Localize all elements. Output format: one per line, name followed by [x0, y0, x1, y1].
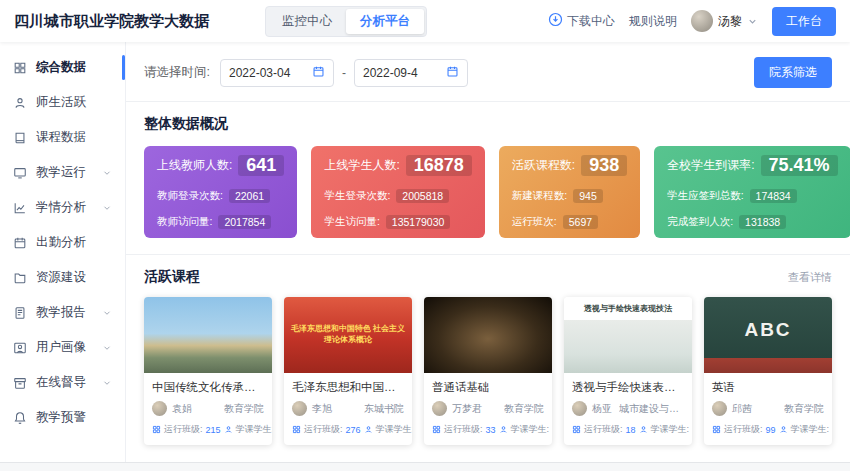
active-courses-section: 活跃课程 查看详情 中国传统文化传承与创意（四川... 袁娟教育学院 运行班级:…: [126, 255, 850, 455]
horizontal-scrollbar[interactable]: [0, 462, 850, 471]
stat-value: 75.41%: [761, 155, 838, 176]
teacher-avatar: [292, 401, 307, 416]
view-details-link[interactable]: 查看详情: [788, 270, 832, 285]
course-card[interactable]: 中国传统文化传承与创意（四川... 袁娟教育学院 运行班级:215 学课学生:1…: [144, 297, 272, 445]
courses-title: 活跃课程: [144, 268, 200, 286]
sidebar-item-activity[interactable]: 师生活跃: [0, 85, 125, 120]
tab-analysis-platform[interactable]: 分析平台: [346, 9, 424, 34]
course-image: 透视与手绘快速表现技法: [564, 297, 692, 373]
sidebar-item-learning-analysis[interactable]: 学情分析: [0, 190, 125, 225]
stat-label: 上线教师人数:: [157, 157, 232, 174]
course-stats-card: 活跃课程数:938 新建课程数:945 运行班次:5697: [499, 146, 640, 238]
stat-label: 新建课程数:: [512, 189, 567, 203]
students-icon: [224, 425, 233, 434]
teacher-avatar: [432, 401, 447, 416]
alert-icon: [13, 411, 27, 425]
sidebar-item-teaching-operation[interactable]: 教学运行: [0, 155, 125, 190]
tab-monitor-center[interactable]: 监控中心: [268, 9, 346, 34]
course-image: ABC: [704, 297, 832, 373]
user-menu[interactable]: 汤黎: [691, 10, 758, 32]
date-filter-label: 请选择时间:: [144, 64, 210, 81]
classes-label: 运行班级:: [304, 423, 343, 436]
college-name: 东城书院: [364, 402, 404, 416]
course-name: 英语: [704, 373, 832, 399]
folder-icon: [13, 271, 27, 285]
stat-value: 2005818: [396, 189, 449, 203]
college-name: 城市建设与设计...: [619, 402, 684, 416]
stat-label: 学生访问量:: [324, 215, 379, 229]
chevron-down-icon: [747, 16, 758, 27]
download-icon: [548, 12, 563, 30]
user-name: 汤黎: [718, 13, 742, 30]
overview-section: 整体数据概况 上线教师人数:641 教师登录次数:22061 教师访问量:201…: [126, 102, 850, 255]
sidebar-item-course-data[interactable]: 课程数据: [0, 120, 125, 155]
workbench-button[interactable]: 工作台: [772, 7, 836, 36]
classes-count: 18: [626, 425, 636, 435]
students-label: 学课学生:: [511, 423, 550, 436]
stat-label: 教师访问量:: [157, 215, 212, 229]
teacher-stats-card: 上线教师人数:641 教师登录次数:22061 教师访问量:2017854: [144, 146, 297, 238]
stat-value: 174834: [750, 189, 797, 203]
chart-icon: [13, 201, 27, 215]
end-date-input[interactable]: 2022-09-4: [354, 59, 468, 87]
sidebar-item-user-portrait[interactable]: 用户画像: [0, 330, 125, 365]
chevron-down-icon: [102, 308, 112, 318]
sidebar-item-resources[interactable]: 资源建设: [0, 260, 125, 295]
main-content: 请选择时间: 2022-03-04 - 2022-09-4 院系筛选 整体数据概…: [126, 42, 850, 462]
grid-icon: [13, 61, 27, 75]
department-filter-button[interactable]: 院系筛选: [754, 57, 832, 88]
students-icon: [779, 425, 788, 434]
students-label: 学课学生:: [651, 423, 690, 436]
calendar-icon: [446, 65, 459, 81]
classes-count: 276: [346, 425, 361, 435]
date-range-separator: -: [342, 66, 346, 80]
stat-label: 完成签到人次:: [667, 215, 733, 229]
course-card[interactable]: 毛泽东思想和中国特色 社会主义理论体系概论 毛泽东思想和中国特色社会主义... …: [284, 297, 412, 445]
course-card[interactable]: ABC 英语 邱茜教育学院 运行班级:99 学课学生:8392: [704, 297, 832, 445]
classes-icon: [572, 425, 581, 434]
download-center-link[interactable]: 下载中心: [548, 12, 615, 30]
classes-label: 运行班级:: [724, 423, 763, 436]
chevron-down-icon: [102, 168, 112, 178]
sidebar-item-attendance[interactable]: 出勤分析: [0, 225, 125, 260]
sidebar-item-teaching-warning[interactable]: 教学预警: [0, 400, 125, 435]
sidebar-item-teaching-report[interactable]: 教学报告: [0, 295, 125, 330]
course-card[interactable]: 透视与手绘快速表现技法 透视与手绘快速表现技法 杨亚城市建设与设计... 运行班…: [564, 297, 692, 445]
users-icon: [13, 96, 27, 110]
college-name: 教育学院: [224, 402, 264, 416]
classes-label: 运行班级:: [164, 423, 203, 436]
stat-label: 全校学生到课率:: [667, 157, 754, 174]
course-image: [144, 297, 272, 373]
students-label: 学课学生:: [791, 423, 830, 436]
classes-icon: [712, 425, 721, 434]
stat-value: 2017854: [218, 215, 271, 229]
stat-value: 135179030: [386, 215, 451, 229]
course-name: 普通话基础: [424, 373, 552, 399]
classes-icon: [292, 425, 301, 434]
overview-title: 整体数据概况: [144, 115, 832, 133]
students-icon: [499, 425, 508, 434]
stat-label: 上线学生人数:: [324, 157, 399, 174]
teacher-name: 袁娟: [172, 402, 192, 416]
archive-icon: [13, 376, 27, 390]
teacher-avatar: [712, 401, 727, 416]
classes-count: 33: [486, 425, 496, 435]
teacher-avatar: [572, 401, 587, 416]
sidebar-item-overview[interactable]: 综合数据: [0, 50, 125, 85]
classes-count: 99: [766, 425, 776, 435]
course-card[interactable]: 普通话基础 万梦君教育学院 运行班级:33 学课学生:2910: [424, 297, 552, 445]
rules-link[interactable]: 规则说明: [629, 13, 677, 30]
calendar-icon: [13, 236, 27, 250]
classes-icon: [432, 425, 441, 434]
avatar: [691, 10, 713, 32]
sidebar-item-online-supervision[interactable]: 在线督导: [0, 365, 125, 400]
top-bar: 四川城市职业学院教学大数据 监控中心 分析平台 下载中心 规则说明 汤黎 工作台: [0, 0, 850, 42]
attendance-stats-card: 全校学生到课率:75.41% 学生应签到总数:174834 完成签到人次:131…: [654, 146, 850, 238]
stat-label: 学生应签到总数:: [667, 189, 743, 203]
student-stats-card: 上线学生人数:16878 学生登录次数:2005818 学生访问量:135179…: [311, 146, 484, 238]
students-icon: [364, 425, 373, 434]
teacher-name: 万梦君: [452, 402, 482, 416]
stat-value: 16878: [406, 155, 472, 176]
classes-label: 运行班级:: [584, 423, 623, 436]
start-date-input[interactable]: 2022-03-04: [220, 59, 334, 87]
